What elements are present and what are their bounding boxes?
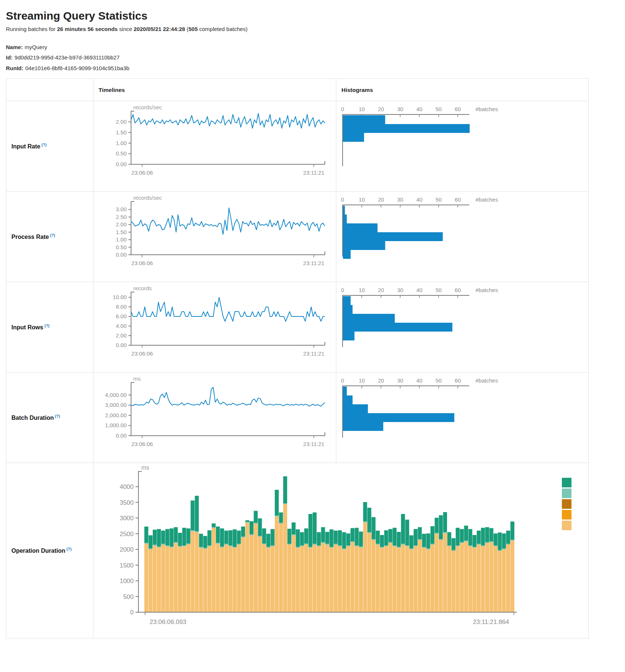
- svg-text:10: 10: [359, 196, 365, 203]
- svg-text:30: 30: [397, 377, 403, 384]
- svg-text:#batches: #batches: [475, 196, 498, 203]
- operation-duration-stacked-chart: ms4000350030002500200015001000500023:06:…: [94, 464, 588, 636]
- streaming-query-statistics-page: { "header": { "title": "Streaming Query …: [0, 0, 625, 643]
- svg-text:50: 50: [436, 377, 442, 384]
- legend-swatch-green: [562, 478, 571, 487]
- svg-text:3,000.00: 3,000.00: [105, 402, 127, 408]
- svg-text:4,000.00: 4,000.00: [105, 392, 127, 398]
- svg-text:23:11:21: 23:11:21: [303, 350, 324, 357]
- svg-text:60: 60: [455, 287, 461, 293]
- svg-text:60: 60: [455, 377, 461, 384]
- query-id-value: 9d0dd219-995d-423e-b97d-36931110bb27: [14, 54, 120, 61]
- svg-text:30: 30: [397, 106, 403, 112]
- input-rate-label: Input Rate(?): [6, 101, 93, 191]
- query-id-label: Id:: [6, 54, 13, 61]
- summary-batch-count: 505: [189, 26, 198, 32]
- operation-duration-help-icon[interactable]: (?): [66, 547, 72, 551]
- svg-text:2000: 2000: [120, 546, 134, 553]
- svg-text:500: 500: [123, 593, 134, 600]
- svg-text:#batches: #batches: [475, 287, 498, 293]
- svg-text:50: 50: [436, 287, 442, 293]
- batch-duration-help-icon[interactable]: (?): [55, 414, 60, 418]
- svg-text:2.50: 2.50: [116, 213, 127, 220]
- svg-text:1.50: 1.50: [116, 129, 127, 136]
- query-id-line: Id:9d0dd219-995d-423e-b97d-36931110bb27: [6, 53, 619, 62]
- svg-text:0.50: 0.50: [116, 150, 127, 157]
- summary-since: since: [118, 26, 134, 32]
- batch-duration-histogram-chart: 0102030405060#batches: [336, 372, 589, 463]
- svg-text:2.00: 2.00: [116, 119, 127, 125]
- svg-text:0: 0: [341, 287, 344, 293]
- line-chart-svg: ms4,000.003,000.002,000.001,000.000.0023…: [94, 375, 336, 450]
- svg-text:records: records: [133, 285, 152, 291]
- process-rate-timeline-chart: records/sec3.002.502.001.501.000.500.002…: [93, 191, 336, 282]
- svg-text:50: 50: [436, 196, 442, 203]
- svg-text:2.00: 2.00: [116, 221, 127, 227]
- summary-prefix: Running batches for: [6, 26, 57, 32]
- svg-text:60: 60: [455, 196, 461, 203]
- svg-text:23:06:06: 23:06:06: [131, 441, 153, 447]
- svg-text:0: 0: [130, 609, 134, 616]
- histogram-svg: 0102030405060#batches: [337, 103, 588, 170]
- legend-swatch-orange: [562, 510, 571, 520]
- table-header-row: Timelines Histograms: [6, 78, 589, 101]
- svg-text:4.00: 4.00: [116, 323, 127, 329]
- statistics-table: Timelines Histograms Input Rate(?) recor…: [6, 78, 589, 638]
- svg-text:3500: 3500: [120, 499, 134, 506]
- svg-text:0.00: 0.00: [116, 161, 127, 167]
- operation-duration-legend: [562, 478, 571, 530]
- query-name-line: Name:myQuery: [6, 42, 619, 52]
- legend-swatch-light-teal: [562, 488, 571, 498]
- process-rate-help-icon[interactable]: (?): [50, 233, 55, 237]
- operation-duration-label: Operation Duration(?): [6, 463, 93, 638]
- input-rows-help-icon[interactable]: (?): [44, 323, 49, 328]
- svg-text:20: 20: [378, 377, 384, 384]
- row-batch-duration: Batch Duration(?) ms4,000.003,000.002,00…: [6, 372, 589, 463]
- svg-text:20: 20: [378, 106, 384, 112]
- query-name-value: myQuery: [25, 44, 47, 50]
- operation-duration-chart-cell: ms4000350030002500200015001000500023:06:…: [93, 463, 589, 638]
- stacked-bar-svg: ms4000350030002500200015001000500023:06:…: [94, 464, 533, 634]
- svg-text:records/sec: records/sec: [133, 195, 162, 201]
- svg-text:23:11:21: 23:11:21: [303, 169, 324, 176]
- legend-swatch-brown: [562, 499, 571, 509]
- svg-text:23:11:21.864: 23:11:21.864: [473, 618, 509, 625]
- svg-text:3.00: 3.00: [116, 206, 127, 212]
- svg-text:4000: 4000: [120, 483, 134, 490]
- line-chart-svg: records/sec2.001.501.000.500.0023:06:062…: [94, 103, 336, 179]
- svg-text:10: 10: [359, 377, 365, 384]
- svg-text:1.00: 1.00: [116, 140, 127, 146]
- running-batches-summary: Running batches for 26 minutes 56 second…: [6, 26, 619, 32]
- svg-text:40: 40: [416, 377, 423, 384]
- svg-text:10: 10: [359, 106, 365, 112]
- svg-text:20: 20: [378, 287, 384, 293]
- input-rows-label: Input Rows(?): [6, 282, 93, 372]
- svg-text:1.00: 1.00: [116, 236, 127, 243]
- page-title: Streaming Query Statistics: [6, 10, 619, 22]
- svg-text:40: 40: [416, 287, 423, 293]
- svg-text:23:06:06: 23:06:06: [131, 169, 153, 176]
- batch-duration-timeline-chart: ms4,000.003,000.002,000.001,000.000.0023…: [93, 372, 336, 463]
- svg-text:2,000.00: 2,000.00: [105, 412, 127, 418]
- svg-text:1,000.00: 1,000.00: [105, 422, 127, 428]
- svg-text:0.00: 0.00: [116, 342, 127, 348]
- input-rows-histogram-chart: 0102030405060#batches: [336, 282, 589, 372]
- svg-text:23:11:21: 23:11:21: [303, 441, 324, 447]
- summary-paren-close: completed batches): [198, 26, 248, 32]
- svg-text:23:06:06: 23:06:06: [131, 350, 153, 357]
- svg-text:20: 20: [378, 196, 384, 203]
- line-chart-svg: records10.008.006.004.002.000.0023:06:06…: [94, 284, 336, 360]
- svg-text:2500: 2500: [120, 530, 134, 537]
- histogram-svg: 0102030405060#batches: [337, 284, 588, 351]
- row-operation-duration: Operation Duration(?) ms4000350030002500…: [6, 463, 589, 638]
- svg-text:23:11:21: 23:11:21: [303, 260, 324, 266]
- svg-text:6.00: 6.00: [116, 313, 127, 319]
- svg-text:ms: ms: [133, 376, 141, 382]
- input-rate-help-icon[interactable]: (?): [41, 143, 47, 147]
- svg-text:ms: ms: [141, 464, 149, 471]
- svg-text:40: 40: [416, 106, 423, 112]
- svg-text:60: 60: [455, 106, 461, 112]
- batch-duration-label: Batch Duration(?): [6, 372, 93, 463]
- svg-text:0.00: 0.00: [116, 251, 127, 258]
- legend-swatch-tan: [562, 521, 571, 530]
